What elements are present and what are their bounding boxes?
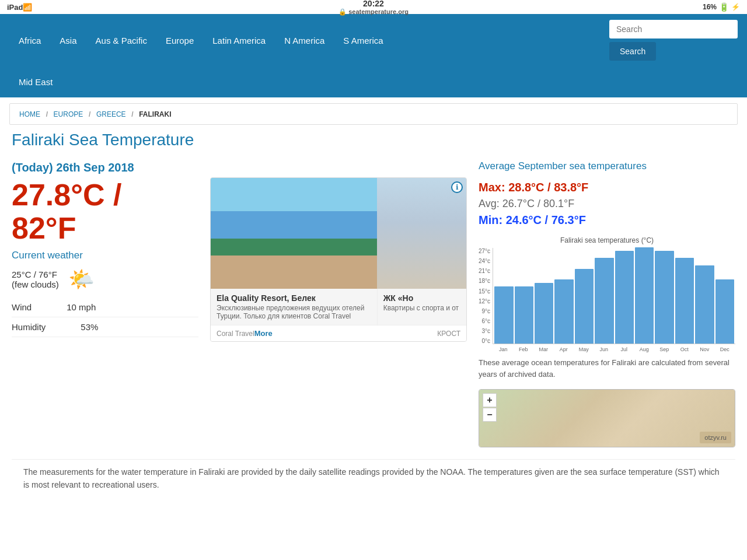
current-weather-label: Current weather — [12, 250, 198, 261]
x-label-8: Sep — [655, 346, 673, 352]
chart-bar-9 — [675, 258, 694, 344]
x-label-7: Aug — [635, 346, 654, 352]
wind-label: Wind — [12, 302, 32, 312]
chart-bar-8 — [655, 251, 673, 344]
x-label-4: May — [574, 346, 593, 352]
nav-bar: Africa Asia Aus & Pacific Europe Latin A… — [0, 14, 747, 97]
battery-percent: 16% — [703, 3, 717, 11]
charging-icon: ⚡ — [731, 3, 740, 11]
temp-min: Min: 24.6°C / 76.3°F — [479, 214, 735, 227]
chart-title: Faliraki sea temperatures (°C) — [479, 236, 735, 244]
nav-mid-east[interactable]: Mid East — [9, 66, 62, 97]
breadcrumb-sep2: / — [89, 110, 90, 118]
nav-europe[interactable]: Europe — [156, 25, 203, 56]
map-preview: + − otzyv.ru — [479, 389, 735, 447]
chart-bar-6 — [615, 251, 634, 344]
y-label-2: 21°c — [479, 268, 490, 274]
chart-bars-container — [493, 248, 735, 344]
nav-top: Africa Asia Aus & Pacific Europe Latin A… — [9, 14, 738, 66]
y-label-1: 24°c — [479, 258, 490, 264]
map-background — [479, 390, 735, 447]
x-label-1: Feb — [514, 346, 533, 352]
y-label-3: 18°c — [479, 278, 490, 284]
avg-label: Avg: — [479, 198, 500, 209]
nav-s-america[interactable]: S America — [334, 25, 392, 56]
time-display: 20:22 — [363, 0, 384, 8]
search-button[interactable]: Search — [609, 42, 656, 61]
chart-container: Faliraki sea temperatures (°C) 27°c 24°c… — [479, 236, 735, 380]
nav-latin-america[interactable]: Latin America — [203, 25, 275, 56]
ad-more-link[interactable]: More — [254, 329, 273, 338]
min-temp-f: 76.3°F — [551, 214, 586, 226]
ad-caption-side-area: ЖК «Но Квартиры с спорта и от — [377, 289, 466, 325]
chart-bar-0 — [494, 286, 513, 344]
chart-bar-10 — [695, 265, 714, 344]
max-temp-f: 83.8°F — [554, 181, 588, 194]
temp-celsius: 27.8°C / — [12, 178, 121, 212]
y-label-7: 6°c — [479, 318, 490, 324]
temp-fahrenheit: 82°F — [12, 211, 76, 245]
map-zoom-out[interactable]: − — [483, 408, 497, 422]
x-label-9: Oct — [675, 346, 693, 352]
y-label-6: 9°c — [479, 308, 490, 314]
y-label-4: 15°c — [479, 288, 490, 295]
ad-image-main — [211, 178, 377, 289]
breadcrumb-home[interactable]: HOME — [19, 110, 40, 118]
status-bar: iPad 📶 20:22 🔒 seatemperature.org 16% 🔋 … — [0, 0, 747, 14]
wind-row: Wind 10 mph — [12, 298, 198, 317]
min-temp-c: 24.6°C — [506, 214, 542, 226]
ad-caption-title: Ela Quality Resort, Белек — [217, 293, 371, 303]
wifi-icon: 📶 — [23, 3, 32, 12]
search-input[interactable] — [609, 20, 738, 38]
left-column: (Today) 26th Sep 2018 27.8°C / 82°F Curr… — [12, 160, 198, 447]
ad-caption-subtitle: Эксклюзивные предложения ведущих отелей … — [217, 304, 371, 320]
nav-asia[interactable]: Asia — [50, 25, 86, 56]
chart-bar-11 — [715, 279, 734, 344]
map-controls: + − — [483, 393, 497, 422]
nav-africa[interactable]: Africa — [9, 25, 50, 56]
chart-bar-4 — [575, 269, 594, 344]
breadcrumb-europe[interactable]: EUROPE — [54, 110, 83, 118]
weather-icon: 🌤️ — [68, 267, 95, 292]
temp-avg-display: Avg: 26.7°C / 80.1°F — [479, 198, 735, 210]
ad-caption-main-area: Ela Quality Resort, Белек Эксклюзивные п… — [211, 289, 377, 325]
breadcrumb-sep1: / — [46, 110, 48, 118]
weather-desc: (few clouds) — [12, 279, 59, 289]
right-column: Average September sea temperatures Max: … — [479, 160, 735, 447]
avg-title: Average September sea temperatures — [479, 160, 735, 173]
map-zoom-in[interactable]: + — [483, 393, 497, 407]
ad-footer: Coral Travel More КРОСТ — [211, 325, 466, 341]
x-label-5: Jun — [595, 346, 613, 352]
nav-n-america[interactable]: N America — [275, 25, 334, 56]
avg-temp-c: 26.7°C — [502, 198, 535, 209]
battery-icon: 🔋 — [719, 2, 729, 12]
bottom-description: The measurements for the water temperatu… — [12, 459, 735, 498]
humidity-label: Humidity — [12, 322, 46, 332]
map-watermark: otzyv.ru — [700, 432, 731, 443]
nav-bottom: Mid East — [9, 66, 738, 97]
y-label-0: 27°c — [479, 248, 490, 254]
y-label-5: 12°c — [479, 298, 490, 304]
nav-aus-pacific[interactable]: Aus & Pacific — [86, 25, 156, 56]
main-content: (Today) 26th Sep 2018 27.8°C / 82°F Curr… — [0, 154, 747, 453]
ad-image-side — [377, 178, 466, 289]
chart-x-labels: JanFebMarAprMayJunJulAugSepOctNovDec — [493, 345, 735, 352]
chart-body: JanFebMarAprMayJunJulAugSepOctNovDec — [493, 248, 735, 352]
weather-text: 25°C / 76°F (few clouds) — [12, 270, 59, 289]
humidity-row: Humidity 53% — [12, 317, 198, 337]
y-label-8: 3°c — [479, 328, 490, 334]
min-label: Min: — [479, 214, 502, 226]
max-label: Max: — [479, 181, 505, 194]
ad-source-side: КРОСТ — [437, 330, 460, 338]
x-label-3: Apr — [554, 346, 573, 352]
chart-y-axis: 27°c 24°c 21°c 18°c 15°c 12°c 9°c 6°c 3°… — [479, 248, 493, 344]
ad-info-icon[interactable]: ℹ — [451, 181, 463, 193]
max-temp-c: 28.8°C — [508, 181, 544, 194]
device-label: iPad — [7, 3, 23, 12]
chart-bar-5 — [595, 258, 613, 344]
breadcrumb-greece[interactable]: GREECE — [96, 110, 126, 118]
temperature-main: 27.8°C / 82°F — [12, 178, 198, 245]
x-label-2: Mar — [534, 346, 553, 352]
wind-humidity: Wind 10 mph Humidity 53% — [12, 298, 198, 337]
ad-images — [211, 178, 466, 289]
